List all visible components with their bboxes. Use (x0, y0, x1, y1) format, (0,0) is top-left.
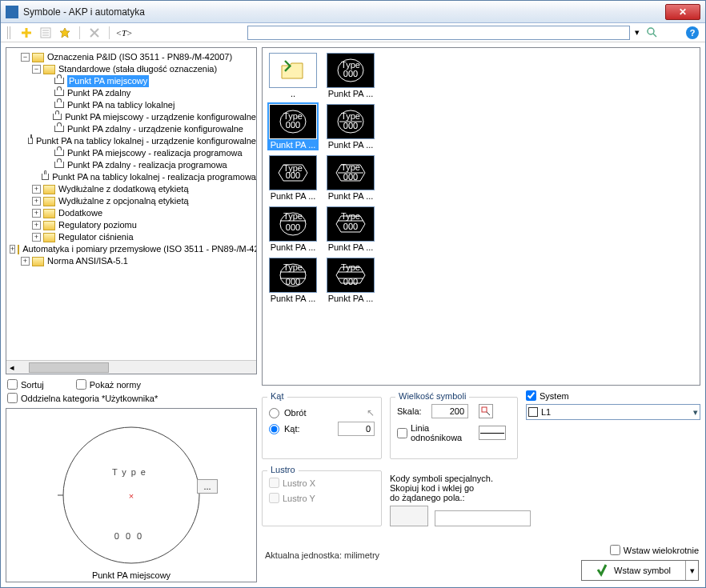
check-icon (596, 563, 608, 578)
add-icon[interactable] (18, 25, 34, 41)
tree-node-label[interactable]: Dodatkowe (58, 207, 102, 219)
favorite-icon[interactable] (57, 25, 73, 41)
thumb-label: Punkt PA ... (325, 139, 376, 150)
tree-collapse-icon[interactable]: − (32, 65, 41, 74)
preview-browse-button[interactable]: ... (197, 479, 218, 494)
text-style-icon[interactable]: <T> (116, 25, 132, 41)
user-category-label: Oddzielna kategoria *Użytkownika* (21, 394, 158, 403)
search-dropdown-icon[interactable]: ▾ (635, 27, 640, 38)
tree-horizontal-scrollbar[interactable]: ◂ (6, 360, 256, 374)
tree-expand-icon[interactable]: + (32, 221, 41, 230)
thumb-item[interactable]: Type000Punkt PA ... (267, 206, 319, 253)
tree-node-label[interactable]: Norma ANSI/ISA-5.1 (47, 255, 128, 267)
thumb-up-folder[interactable]: .. (267, 53, 319, 99)
search-input[interactable] (247, 26, 630, 40)
sort-checkbox[interactable]: Sortuj (7, 379, 44, 390)
thumb-item[interactable]: Type000Punkt PA ... (325, 155, 376, 202)
thumb-item[interactable]: Type000Punkt PA ... (325, 258, 376, 304)
search-icon[interactable] (644, 25, 660, 41)
symbol-leaf-icon (54, 150, 64, 156)
mirror-x-label: Lustro X (283, 478, 315, 488)
thumb-item[interactable]: Type000Punkt PA ... (267, 155, 319, 202)
tree-leaf-label[interactable]: Punkt PA miejscowy - realizacja programo… (67, 147, 243, 159)
tree-expand-icon[interactable]: + (10, 245, 15, 254)
tree-expand-icon[interactable]: + (32, 185, 41, 194)
svg-text:000: 000 (343, 121, 358, 130)
tree-leaf-label[interactable]: Punkt PA na tablicy lokalnej - realizacj… (52, 171, 256, 183)
scale-pick-button[interactable] (479, 404, 493, 418)
line-style-button[interactable] (479, 426, 506, 440)
thumb-item[interactable]: Type000Punkt PA ... (267, 258, 319, 304)
svg-text:000: 000 (343, 172, 358, 182)
delete-icon[interactable] (86, 25, 102, 41)
show-norms-checkbox[interactable]: Pokaż normy (76, 379, 141, 390)
tree-leaf-label[interactable]: Punkt PA miejscowy (67, 75, 149, 87)
system-label: System (540, 391, 569, 401)
sort-label: Sortuj (21, 380, 44, 390)
tree-leaf-label[interactable]: Punkt PA na tablicy lokalnej (67, 99, 174, 111)
special-code-input[interactable] (435, 510, 531, 526)
tree-leaf-label[interactable]: Punkt PA zdalny - urządzenie konfigurowa… (67, 123, 243, 135)
svg-text:000: 000 (286, 170, 300, 180)
special-text-1: Kody symboli specjalnych. Skopiuj kod i … (390, 474, 518, 493)
help-icon[interactable]: ? (686, 26, 699, 39)
insert-multiple-checkbox[interactable]: Wstaw wielokrotnie (610, 545, 699, 555)
close-button[interactable]: ✕ (665, 4, 700, 20)
thumb-item[interactable]: Type000Punkt PA ... (267, 104, 319, 150)
symbol-leaf-icon (54, 90, 64, 96)
thumb-item[interactable]: Type000Punkt PA ... (325, 104, 376, 150)
tree-node-label[interactable]: Wydłużalne z dodatkową etykietą (58, 183, 189, 195)
scrollbar-thumb[interactable] (29, 362, 109, 373)
folder-icon (32, 257, 44, 266)
tree-expand-icon[interactable]: + (21, 257, 30, 266)
titlebar: Symbole - AKP i automatyka ✕ (1, 1, 705, 23)
tree-leaf-label[interactable]: Punkt PA miejscowy - urządzenie konfigur… (65, 111, 256, 123)
tree-node-label[interactable]: Automatyka i pomiary przemysłowe (ISO 35… (22, 243, 257, 255)
rotation-radio[interactable]: Obrót↖ (269, 407, 375, 418)
tree-node-label[interactable]: Regulator ciśnienia (58, 231, 134, 243)
tree-node-label[interactable]: Regulatory poziomu (58, 219, 137, 231)
insert-symbol-button[interactable]: Wstaw symbol ▾ (581, 560, 699, 581)
layer-select[interactable]: L1 ▾ (526, 404, 700, 420)
svg-text:000: 000 (343, 222, 358, 231)
tree-node-label[interactable]: Standardowe (stała długość oznaczenia) (58, 63, 217, 75)
toolbar-grip (7, 26, 12, 39)
properties-icon[interactable] (38, 25, 54, 41)
folder-icon (43, 209, 55, 218)
scale-input[interactable] (431, 404, 468, 418)
thumb-item[interactable]: Type000Punkt PA ... (325, 53, 376, 99)
symbol-leaf-icon (54, 126, 64, 132)
svg-text:Type: Type (112, 467, 150, 477)
mirror-y-label: Lustro Y (283, 494, 315, 503)
toolbar-separator (79, 26, 80, 39)
user-category-checkbox[interactable]: Oddzielna kategoria *Użytkownika* (7, 393, 255, 403)
folder-icon (43, 221, 55, 230)
tree-expand-icon[interactable]: + (32, 197, 41, 206)
mirror-y-checkbox[interactable]: Lustro Y (269, 493, 375, 503)
tree-leaf-label[interactable]: Punkt PA zdalny (67, 87, 130, 99)
thumb-label: Punkt PA ... (267, 139, 319, 150)
refline-checkbox[interactable]: Liniaodnośnikowa (397, 423, 474, 442)
tree-node-label[interactable]: Oznaczenia P&ID (ISO 3511 - PN89-/M-4200… (47, 51, 232, 63)
angle-radio[interactable]: Kąt: (269, 422, 375, 436)
insert-dropdown-button[interactable]: ▾ (685, 561, 698, 580)
tree-expand-icon[interactable]: + (32, 209, 41, 218)
thumb-item[interactable]: Type000Punkt PA ... (325, 206, 376, 253)
tree-node-label[interactable]: Wydłużalne z opcjonalną etykietą (58, 195, 189, 207)
tree-panel: −Oznaczenia P&ID (ISO 3511 - PN89-/M-420… (6, 47, 257, 374)
tree-leaf-label[interactable]: Punkt PA na tablicy lokalnej - urządzeni… (36, 135, 256, 147)
thumb-label: Punkt PA ... (325, 190, 376, 202)
svg-text:Type: Type (341, 211, 360, 221)
tree-expand-icon[interactable]: + (32, 233, 41, 242)
symbol-leaf-icon (53, 114, 62, 120)
thumb-label: Punkt PA ... (325, 242, 376, 253)
mirror-x-checkbox[interactable]: Lustro X (269, 478, 375, 488)
system-checkbox[interactable]: System (526, 390, 700, 401)
tree-collapse-icon[interactable]: − (21, 53, 30, 62)
angle-input[interactable] (338, 422, 375, 436)
symbol-tree[interactable]: −Oznaczenia P&ID (ISO 3511 - PN89-/M-420… (6, 48, 256, 270)
tree-leaf-label[interactable]: Punkt PA zdalny - realizacja programowa (67, 159, 227, 171)
chevron-down-icon: ▾ (693, 407, 698, 418)
toolbar-separator (109, 26, 110, 39)
size-group: Wielkość symboli Skala: Liniaodnośnikowa (390, 397, 518, 459)
